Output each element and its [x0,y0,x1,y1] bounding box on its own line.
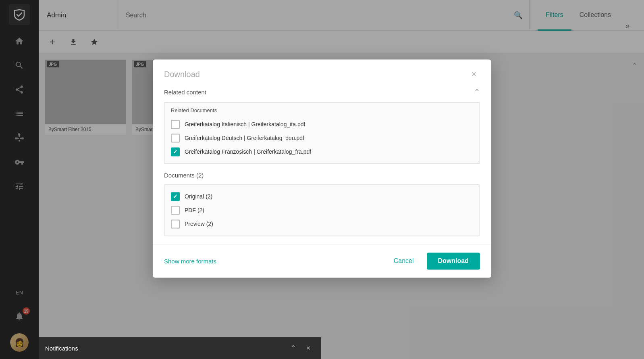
doc-row-2[interactable]: Greiferkatalog Französisch | Greiferkata… [171,145,473,159]
related-content-collapse[interactable]: ⌃ [474,88,480,96]
notifications-close-button[interactable]: × [302,342,314,354]
related-documents-subsection: Related Documents Greiferkatalog Italien… [164,102,480,164]
documents-title: Documents (2) [164,172,204,179]
doc-label-2: Greiferkatalog Französisch | Greiferkata… [185,148,311,155]
checkbox-doc-1[interactable] [171,134,180,142]
related-content-title: Related content [164,89,206,96]
doc-row-0[interactable]: Greiferkatalog Italienisch | Greiferkata… [171,117,473,131]
doc-row-1[interactable]: Greiferkatalog Deutsch | Greiferkatalog_… [171,131,473,145]
checkbox-format-1[interactable] [171,206,180,215]
format-label-1: PDF (2) [185,207,204,213]
checkbox-doc-2[interactable] [171,147,180,156]
notifications-actions: ⌃ × [287,342,314,354]
format-row-0[interactable]: Original (2) [171,190,473,203]
download-button[interactable]: Download [427,253,480,269]
checkbox-format-0[interactable] [171,192,180,201]
related-content-section: Related content ⌃ Related Documents Grei… [164,88,480,164]
notifications-collapse-button[interactable]: ⌃ [287,342,299,354]
related-documents-title: Related Documents [171,107,473,113]
doc-label-0: Greiferkatalog Italienisch | Greiferkata… [185,121,305,127]
doc-label-1: Greiferkatalog Deutsch | Greiferkatalog_… [185,135,304,141]
format-label-2: Preview (2) [185,221,213,227]
documents-header: Documents (2) [164,172,480,179]
cancel-button[interactable]: Cancel [386,253,422,269]
checkbox-format-2[interactable] [171,219,180,228]
format-row-1[interactable]: PDF (2) [171,203,473,217]
modal-title: Download [164,70,200,79]
show-more-formats-link[interactable]: Show more formats [164,258,216,265]
format-label-0: Original (2) [185,193,212,200]
modal-header: Download × [153,59,491,88]
notifications-bar: Notifications ⌃ × [39,337,321,359]
documents-section: Documents (2) Original (2) PDF (2) Previ… [164,172,480,236]
format-row-2[interactable]: Preview (2) [171,217,473,231]
modal-close-button[interactable]: × [468,68,480,80]
footer-buttons: Cancel Download [386,253,480,269]
documents-subsection: Original (2) PDF (2) Preview (2) [164,184,480,236]
modal-body: Related content ⌃ Related Documents Grei… [153,88,491,244]
notifications-label: Notifications [45,345,78,352]
checkbox-doc-0[interactable] [171,120,180,129]
related-content-header: Related content ⌃ [164,88,480,96]
modal-footer: Show more formats Cancel Download [153,244,491,278]
download-modal: Download × Related content ⌃ Related Doc… [153,59,491,278]
